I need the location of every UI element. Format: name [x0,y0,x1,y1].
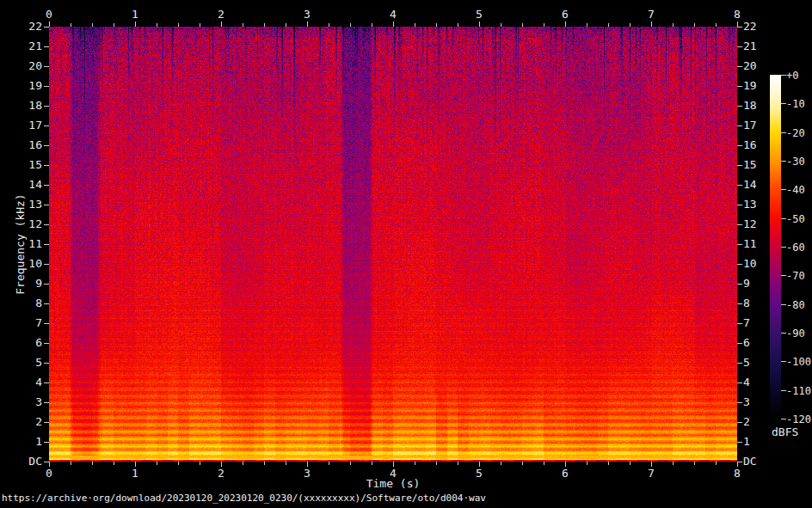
x-tick-mark-top [458,23,458,27]
y-tick-label-left: 19 [8,80,42,92]
y-tick-mark-right [737,106,742,107]
y-tick-mark-left [44,462,49,462]
colorbar-tick-label: -90 [786,327,812,339]
x-tick-mark-top [436,23,437,27]
x-tick-mark-bottom [544,462,544,465]
y-tick-mark-left [44,284,49,285]
colorbar-tick-label: -50 [786,213,812,224]
x-tick-mark-bottom [114,462,114,465]
y-tick-mark-left [44,185,49,186]
x-tick-label-bottom: 0 [32,468,66,480]
x-tick-mark-top [329,23,329,27]
y-tick-mark-left [44,442,49,443]
x-tick-mark-bottom [71,462,71,465]
y-tick-label-left: 11 [8,238,42,250]
x-tick-mark-top [415,23,415,27]
x-tick-mark-top [630,23,631,27]
y-tick-label-left: 4 [8,376,42,389]
x-tick-label-top: 6 [548,9,582,21]
y-tick-mark-right [737,363,742,364]
y-tick-mark-right [737,205,742,205]
spectrogram-window: Frequency (kHz) Time (s) 001122334455667… [0,0,812,508]
x-tick-mark-bottom [135,462,136,467]
x-tick-mark-bottom [479,462,480,467]
y-tick-label-left: 15 [8,159,42,171]
x-tick-mark-bottom [630,462,631,465]
colorbar-tick-label: -70 [786,270,812,281]
x-tick-label-top: 0 [32,9,66,21]
y-tick-mark-left [44,125,49,126]
x-tick-label-bottom: 5 [462,468,496,480]
x-tick-label-top: 8 [720,9,754,21]
x-tick-mark-bottom [694,462,695,465]
x-tick-label-bottom: 2 [204,468,238,480]
y-tick-mark-left [44,383,49,383]
y-tick-label-left: 12 [8,218,42,230]
x-tick-mark-top [114,23,114,27]
colorbar-tick-label: -120 [786,413,812,425]
y-tick-label-left: 17 [8,119,42,132]
y-tick-mark-right [737,323,742,324]
x-tick-mark-bottom [372,462,372,465]
y-tick-label-left: 22 [8,21,42,33]
x-tick-mark-top [694,23,695,27]
x-tick-mark-top [178,23,179,27]
colorbar-tick-label: +0 [786,70,812,81]
y-tick-label-left: 10 [8,258,42,270]
x-tick-mark-top [71,23,71,27]
y-tick-mark-left [44,86,49,87]
x-tick-mark-bottom [415,462,415,465]
x-tick-mark-bottom [200,462,200,465]
y-tick-label-left: 9 [8,278,42,290]
x-tick-mark-top [307,21,308,27]
x-tick-mark-bottom [221,462,222,467]
x-tick-mark-bottom [565,462,566,467]
x-tick-mark-bottom [393,462,394,467]
colorbar-tick-label: -30 [786,156,812,167]
y-tick-mark-left [44,422,49,423]
x-tick-mark-bottom [329,462,329,465]
y-tick-mark-right [737,442,742,443]
y-tick-mark-left [44,343,49,344]
colorbar-tick-label: -80 [786,299,812,310]
y-tick-mark-right [737,66,742,67]
y-tick-mark-right [737,303,742,304]
colorbar-unit-label: dBFS [772,426,798,438]
x-tick-mark-top [501,23,501,27]
y-tick-mark-right [737,264,742,265]
x-tick-mark-bottom [716,462,717,465]
footer-source-url: https://archive·org/download/20230120_20… [2,493,486,504]
y-tick-label-right: 22 [743,21,778,33]
x-tick-label-top: 3 [290,9,324,21]
colorbar-tick-label: -110 [786,385,812,396]
x-tick-mark-bottom [264,462,265,465]
y-tick-mark-right [737,165,742,166]
y-tick-mark-right [737,383,742,383]
y-tick-mark-right [737,224,742,225]
x-tick-label-top: 4 [376,9,410,21]
x-tick-mark-top [565,21,566,27]
x-tick-mark-top [135,21,136,27]
y-tick-label-right: 20 [743,60,778,72]
x-tick-label-top: 2 [204,9,238,21]
x-tick-mark-top [608,23,609,27]
y-tick-mark-right [737,125,742,126]
y-tick-label-left: 6 [8,337,42,349]
x-tick-label-bottom: 3 [290,468,324,480]
y-tick-mark-right [737,145,742,146]
y-tick-mark-right [737,185,742,186]
y-tick-mark-left [44,264,49,265]
x-tick-mark-top [157,23,157,27]
y-tick-mark-right [737,422,742,423]
x-tick-label-top: 5 [462,9,496,21]
x-tick-mark-top [587,23,587,27]
y-tick-mark-left [44,244,49,245]
x-tick-mark-bottom [608,462,609,465]
y-tick-label-left: DC [8,456,42,468]
x-tick-mark-top [221,21,222,27]
y-tick-label-left: 18 [8,100,42,112]
y-tick-label-right: DC [743,456,778,468]
x-tick-mark-bottom [286,462,286,465]
x-tick-mark-top [92,23,93,27]
y-tick-mark-right [737,244,742,245]
